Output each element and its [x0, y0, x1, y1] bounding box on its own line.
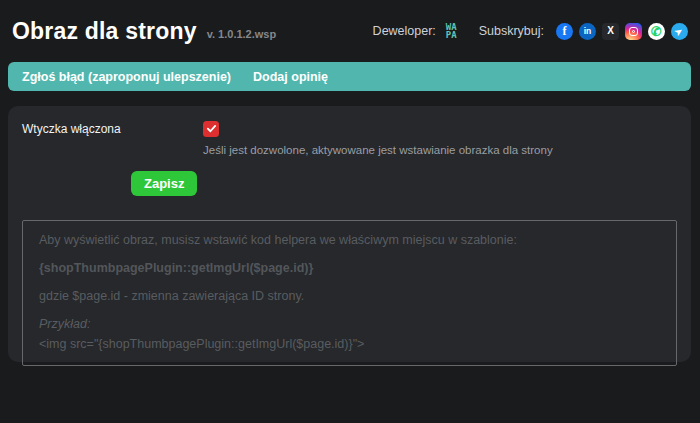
report-bug-link[interactable]: Zgłoś błąd (zaproponuj ulepszenie) [22, 70, 231, 84]
subscribe-label: Subskrybuj: [479, 24, 544, 38]
plugin-enabled-row: Wtyczka włączona Jeśli jest dozwolone, a… [22, 120, 677, 156]
facebook-icon[interactable]: f [556, 23, 573, 40]
developer-label: Deweloper: [373, 24, 436, 38]
header: Obraz dla strony v. 1.0.1.2.wsp Dewelope… [0, 0, 700, 60]
x-twitter-icon[interactable]: X [602, 23, 619, 40]
action-navbar: Zgłoś błąd (zaproponuj ulepszenie) Dodaj… [8, 62, 691, 91]
helper-code-text: {shopThumbpagePlugin::getImgUrl($page.id… [39, 261, 660, 276]
plugin-enabled-label: Wtyczka włączona [22, 120, 203, 136]
social-links: f in X ✆ ➤ [556, 23, 688, 40]
helper-explanation-text: gdzie $page.id - zmienna zawierająca ID … [39, 289, 660, 304]
save-button[interactable]: Zapisz [131, 171, 197, 196]
checkmark-icon [206, 123, 217, 134]
whatsapp-icon[interactable]: ✆ [648, 23, 665, 40]
add-review-link[interactable]: Dodaj opinię [253, 70, 328, 84]
telegram-plane-glyph: ➤ [673, 26, 684, 38]
settings-panel: Wtyczka włączona Jeśli jest dozwolone, a… [8, 106, 691, 362]
helper-code-box: Aby wyświetlić obraz, musisz wstawić kod… [22, 220, 677, 366]
example-code-text: <img src="{shopThumbpagePlugin::getImgUr… [39, 337, 660, 352]
instagram-icon[interactable] [625, 23, 642, 40]
plugin-enabled-checkbox[interactable] [203, 121, 219, 137]
developer-logo[interactable]: WA PA [446, 23, 457, 39]
page-title: Obraz dla strony [12, 18, 197, 45]
telegram-icon[interactable]: ➤ [671, 23, 688, 40]
linkedin-icon[interactable]: in [579, 23, 596, 40]
plugin-enabled-description: Jeśli jest dozwolone, aktywowane jest ws… [203, 144, 677, 156]
helper-intro-text: Aby wyświetlić obraz, musisz wstawić kod… [39, 233, 660, 248]
instagram-camera-glyph [629, 27, 638, 36]
example-label: Przykład: [39, 317, 660, 332]
version-label: v. 1.0.1.2.wsp [207, 28, 277, 40]
developer-logo-line2: PA [446, 31, 457, 39]
